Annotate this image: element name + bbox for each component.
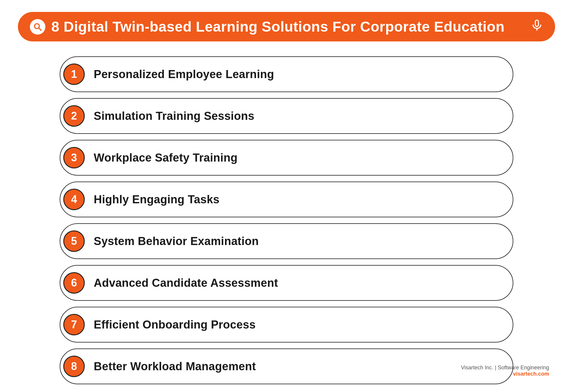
items-container: 1Personalized Employee Learning2Simulati… (0, 41, 573, 384)
item-label-1: Personalized Employee Learning (94, 68, 274, 81)
search-icon-circle (30, 19, 45, 35)
number-badge-6: 6 (63, 272, 85, 294)
number-badge-3: 3 (63, 147, 85, 168)
page-title: 8 Digital Twin-based Learning Solutions … (51, 18, 505, 35)
number-badge-4: 4 (63, 189, 85, 210)
mic-icon (531, 19, 543, 35)
list-item: 2Simulation Training Sessions (60, 98, 513, 134)
search-icon (33, 23, 42, 31)
list-item: 7Efficient Onboarding Process (60, 307, 513, 343)
item-label-6: Advanced Candidate Assessment (94, 277, 278, 289)
number-badge-2: 2 (63, 105, 85, 127)
list-item: 5System Behavior Examination (60, 223, 513, 259)
svg-line-1 (39, 28, 41, 30)
list-item: 3Workplace Safety Training (60, 140, 513, 176)
item-label-4: Highly Engaging Tasks (94, 193, 220, 206)
number-badge-7: 7 (63, 314, 85, 335)
header-bar: 8 Digital Twin-based Learning Solutions … (18, 12, 555, 41)
footer-company: Visartech Inc. | Software Engineering (461, 365, 549, 371)
list-item: 4Highly Engaging Tasks (60, 182, 513, 217)
footer: Visartech Inc. | Software Engineering vi… (461, 365, 549, 377)
item-label-8: Better Workload Management (94, 360, 256, 373)
number-badge-1: 1 (63, 63, 85, 85)
number-badge-5: 5 (63, 230, 85, 252)
number-badge-8: 8 (63, 356, 85, 377)
item-label-3: Workplace Safety Training (94, 151, 238, 164)
item-label-5: System Behavior Examination (94, 235, 259, 248)
list-item: 1Personalized Employee Learning (60, 56, 513, 92)
item-label-2: Simulation Training Sessions (94, 110, 254, 123)
header-left: 8 Digital Twin-based Learning Solutions … (30, 18, 505, 35)
item-label-7: Efficient Onboarding Process (94, 318, 256, 331)
list-item: 6Advanced Candidate Assessment (60, 265, 513, 301)
footer-url: visartech.com (461, 371, 549, 377)
list-item: 8Better Workload Management (60, 348, 513, 384)
